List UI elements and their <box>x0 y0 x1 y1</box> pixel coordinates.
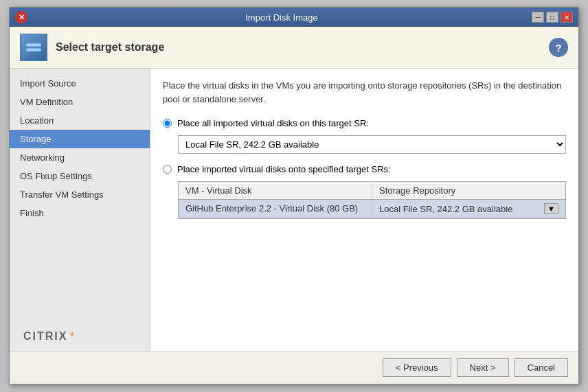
main-content: Import Source VM Definition Location Sto… <box>10 69 578 351</box>
titlebar: ✕ Import Disk Image ─ □ ✕ <box>10 8 578 27</box>
vm-disk-cell: GitHub Enterprise 2.2 - Virtual Disk (80… <box>179 200 372 218</box>
minimize-button[interactable]: ─ <box>532 12 544 23</box>
option2-radio[interactable] <box>163 165 172 174</box>
help-button[interactable]: ? <box>549 38 568 57</box>
sidebar-item-location[interactable]: Location <box>10 111 150 130</box>
window-controls: ─ □ ✕ <box>532 12 573 23</box>
row-dropdown-button[interactable]: ▼ <box>544 203 558 214</box>
svg-point-2 <box>38 44 40 46</box>
restore-button[interactable]: □ <box>546 12 558 23</box>
window-title: Import Disk Image <box>32 12 532 23</box>
sidebar-item-vm-definition[interactable]: VM Definition <box>10 93 150 111</box>
sidebar-item-finish[interactable]: Finish <box>10 204 150 222</box>
cancel-button[interactable]: Cancel <box>514 358 568 377</box>
option1-label[interactable]: Place all imported virtual disks on this… <box>177 118 369 128</box>
sidebar-item-os-fixup[interactable]: OS Fixup Settings <box>10 167 150 185</box>
storage-icon <box>20 34 47 61</box>
sidebar-item-import-source[interactable]: Import Source <box>10 74 150 93</box>
option2-label[interactable]: Place imported virtual disks onto specif… <box>177 164 391 174</box>
header-bar: Select target storage ? <box>10 27 578 69</box>
footer: < Previous Next > Cancel <box>10 351 578 384</box>
column-header-vm-disk: VM - Virtual Disk <box>179 182 372 199</box>
sr-dropdown[interactable]: Local File SR, 242.2 GB available <box>178 135 566 154</box>
sidebar-item-transfer-vm[interactable]: Transfer VM Settings <box>10 185 150 204</box>
table-row: GitHub Enterprise 2.2 - Virtual Disk (80… <box>179 200 565 218</box>
sidebar-item-networking[interactable]: Networking <box>10 148 150 167</box>
svg-point-3 <box>38 49 40 51</box>
option1-radio[interactable] <box>163 119 172 128</box>
previous-button[interactable]: < Previous <box>383 358 451 377</box>
disk-table: VM - Virtual Disk Storage Repository Git… <box>178 181 566 219</box>
option1-radio-group: Place all imported virtual disks on this… <box>163 118 566 128</box>
main-window: ✕ Import Disk Image ─ □ ✕ Select target … <box>9 7 579 384</box>
next-button[interactable]: Next > <box>457 358 509 377</box>
sidebar: Import Source VM Definition Location Sto… <box>10 69 150 351</box>
window-close-button[interactable]: ✕ <box>561 12 573 23</box>
option2-radio-group: Place imported virtual disks onto specif… <box>163 164 566 174</box>
citrix-logo: CITRIX ® <box>23 330 74 343</box>
column-header-storage-repo: Storage Repository <box>372 182 565 199</box>
close-icon[interactable]: ✕ <box>15 11 27 23</box>
sidebar-item-storage[interactable]: Storage <box>10 130 150 148</box>
table-header: VM - Virtual Disk Storage Repository <box>179 182 565 200</box>
storage-repo-cell: Local File SR, 242.2 GB available ▼ <box>372 200 565 218</box>
description-text: Place the virtual disks in the VMs you a… <box>163 79 566 106</box>
sr-dropdown-container: Local File SR, 242.2 GB available <box>178 135 566 154</box>
content-area: Place the virtual disks in the VMs you a… <box>150 69 578 351</box>
page-title: Select target storage <box>56 41 541 54</box>
